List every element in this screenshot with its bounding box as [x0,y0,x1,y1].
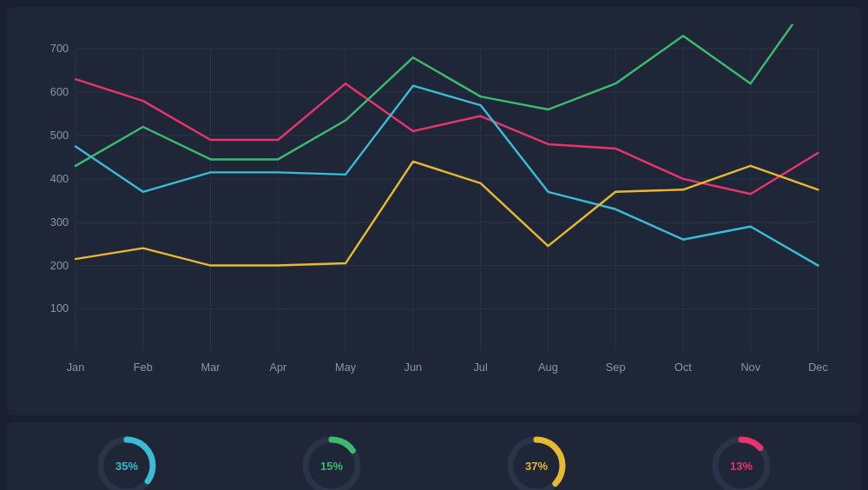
gauge-item-cyan: 35% [92,431,161,490]
gauge-cyan: 35% [92,431,161,490]
line-chart: 700600500400300200100JanFebMarAprMayJunJ… [7,7,861,415]
gauge-item-yellow: 37% [502,431,571,490]
gauge-pink: 13% [707,431,776,490]
svg-text:Dec: Dec [808,361,828,374]
gauge-item-green: 15% [297,431,366,490]
svg-text:Jun: Jun [404,361,423,374]
svg-text:600: 600 [50,85,69,98]
svg-text:37%: 37% [525,460,548,473]
svg-text:700: 700 [50,42,69,55]
svg-text:Jan: Jan [67,361,85,374]
svg-text:13%: 13% [730,460,753,473]
svg-text:Jul: Jul [473,361,487,374]
svg-text:Sep: Sep [606,361,626,374]
svg-text:Mar: Mar [201,361,221,374]
svg-text:100: 100 [50,301,69,315]
svg-text:400: 400 [50,172,69,185]
svg-text:Apr: Apr [269,361,287,374]
gauge-section: 35% 15% 37% 13% [7,422,861,490]
gauge-item-pink: 13% [707,431,776,490]
chart-svg: 700600500400300200100JanFebMarAprMayJunJ… [24,24,844,407]
svg-text:500: 500 [50,129,69,142]
svg-text:Aug: Aug [538,361,558,374]
gauge-green: 15% [297,431,366,490]
svg-text:200: 200 [50,259,69,272]
svg-text:Feb: Feb [134,361,153,374]
svg-text:15%: 15% [320,460,343,473]
svg-text:Oct: Oct [674,361,692,374]
svg-text:May: May [335,361,357,374]
svg-text:Nov: Nov [740,361,760,374]
svg-text:300: 300 [50,215,69,228]
svg-text:35%: 35% [115,460,138,473]
gauge-yellow: 37% [502,431,571,490]
